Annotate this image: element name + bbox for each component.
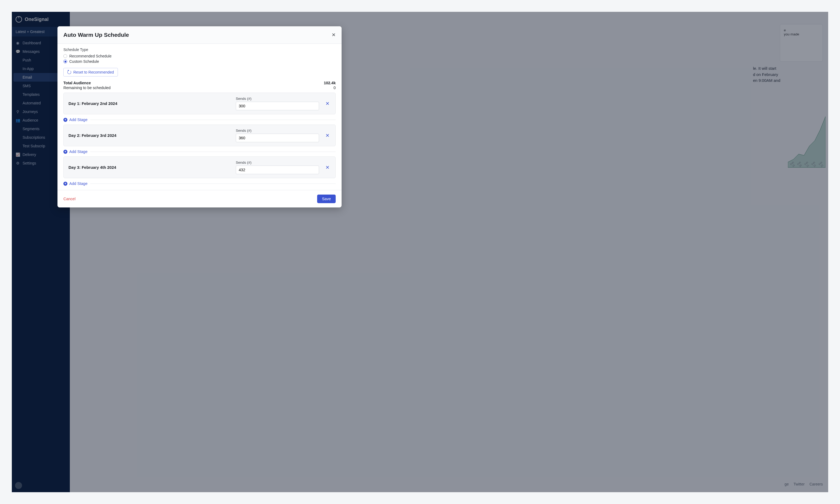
remove-stage-icon[interactable]: ✕ [325, 132, 331, 139]
plus-circle-icon: + [64, 118, 67, 122]
modal-title: Auto Warm Up Schedule [64, 32, 129, 38]
sends-column: Sends (#) [236, 96, 319, 110]
add-stage-button[interactable]: + Add Stage [64, 118, 88, 122]
plus-circle-icon: + [64, 150, 67, 154]
modal-body: Schedule Type Recommended Schedule Custo… [57, 44, 342, 190]
radio-label: Recommended Schedule [69, 54, 111, 58]
sends-column: Sends (#) [236, 161, 319, 174]
sends-label: Sends (#) [236, 129, 319, 132]
remaining-value: 0 [334, 86, 336, 90]
remove-stage-icon[interactable]: ✕ [325, 100, 331, 107]
sends-label: Sends (#) [236, 161, 319, 164]
app-frame: OneSignal Latest + Greatest ◉ Dashboard … [12, 12, 828, 492]
sends-column: Sends (#) [236, 129, 319, 142]
divider [90, 151, 336, 152]
add-stage-divider: + Add Stage [64, 181, 336, 186]
reset-button[interactable]: Reset to Recommended [64, 68, 118, 76]
sends-input[interactable] [236, 166, 319, 174]
save-button[interactable]: Save [317, 195, 336, 203]
sends-input[interactable] [236, 102, 319, 110]
divider [90, 120, 336, 120]
stage-day-label: Day 3: February 4th 2024 [69, 165, 230, 169]
remaining-label: Remaining to be scheduled [64, 86, 111, 90]
remaining-row: Remaining to be scheduled 0 [64, 86, 336, 90]
cancel-button[interactable]: Cancel [64, 197, 75, 201]
close-icon[interactable]: ✕ [332, 33, 336, 37]
radio-label: Custom Schedule [69, 59, 99, 64]
modal-header: Auto Warm Up Schedule ✕ [57, 26, 342, 44]
modal: Auto Warm Up Schedule ✕ Schedule Type Re… [57, 26, 342, 208]
stage-card: Day 3: February 4th 2024 Sends (#) ✕ [64, 157, 336, 178]
stage-card: Day 1: February 2nd 2024 Sends (#) ✕ [64, 93, 336, 114]
total-audience-row: Total Audience 102.4k [64, 81, 336, 85]
stage-day-label: Day 2: February 3rd 2024 [69, 133, 230, 138]
radio-recommended[interactable]: Recommended Schedule [64, 53, 336, 59]
plus-circle-icon: + [64, 182, 67, 186]
radio-icon [64, 59, 67, 63]
reset-button-label: Reset to Recommended [73, 70, 114, 74]
sends-label: Sends (#) [236, 96, 319, 101]
remove-stage-icon[interactable]: ✕ [325, 164, 331, 171]
stage-day-label: Day 1: February 2nd 2024 [69, 101, 230, 106]
divider [90, 183, 336, 184]
add-stage-label: Add Stage [69, 118, 88, 122]
add-stage-label: Add Stage [69, 181, 88, 186]
sends-input[interactable] [236, 134, 319, 142]
schedule-type-label: Schedule Type [64, 48, 336, 52]
reset-icon [67, 70, 71, 74]
total-audience-value: 102.4k [324, 81, 336, 85]
add-stage-divider: + Add Stage [64, 149, 336, 154]
add-stage-label: Add Stage [69, 149, 88, 154]
add-stage-divider: + Add Stage [64, 118, 336, 122]
radio-icon [64, 54, 67, 58]
totals: Total Audience 102.4k Remaining to be sc… [64, 81, 336, 90]
modal-footer: Cancel Save [57, 190, 342, 208]
add-stage-button[interactable]: + Add Stage [64, 149, 88, 154]
stage-card: Day 2: February 3rd 2024 Sends (#) ✕ [64, 125, 336, 146]
total-audience-label: Total Audience [64, 81, 91, 85]
radio-custom[interactable]: Custom Schedule [64, 59, 336, 64]
add-stage-button[interactable]: + Add Stage [64, 181, 88, 186]
